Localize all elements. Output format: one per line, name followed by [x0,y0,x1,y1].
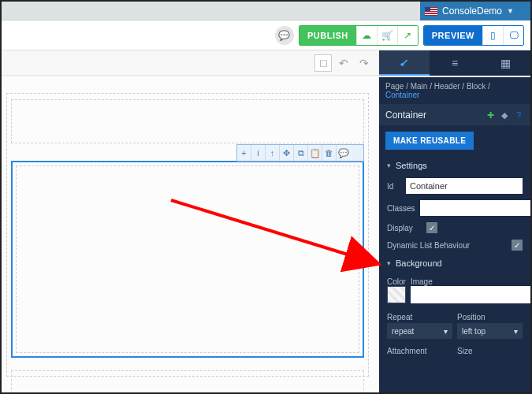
sel-info-icon[interactable]: i [251,145,266,161]
selection-toolbar: + i ↑ ✥ ⧉ 📋 🗑 💬 [236,144,364,162]
publish-button[interactable]: PUBLISH [299,26,356,45]
sel-add-icon[interactable]: + [237,145,251,161]
position-label: Position [457,310,523,322]
layout-slot-1[interactable] [11,99,364,143]
display-checkbox[interactable]: ✓ [426,222,437,233]
row-id: Id [379,175,530,197]
account-switcher[interactable]: ConsoleDemo ▼ [420,2,530,20]
row-classes: Classes [379,197,530,219]
panel-header: Container ✚ ◆ ? [379,105,530,125]
tool-row: ◻ ↶ ↷ ≡ ▦ [2,50,530,76]
cloud-upload-icon[interactable]: ☁ [356,26,377,45]
desktop-icon[interactable]: 🖵 [503,26,523,45]
account-name: ConsoleDemo [442,6,502,17]
stop-icon[interactable]: ◻ [314,54,332,72]
publish-group: PUBLISH ☁ 🛒 ↗ [299,25,419,46]
crumb-main[interactable]: Main [411,82,428,91]
chevron-down-icon: ▾ [444,327,448,336]
plugin-icon[interactable]: ◆ [499,110,510,121]
external-link-icon[interactable]: ↗ [397,26,418,45]
inspector-panel: Page / Main / Header / Block / Container… [379,77,530,392]
id-input[interactable] [406,178,523,194]
canvas-history-tools: ◻ ↶ ↷ [2,50,379,76]
id-label: Id [387,182,401,191]
puzzle-icon[interactable]: ✚ [485,110,496,121]
attachment-label: Attachment [387,344,452,355]
classes-label: Classes [387,204,415,213]
canvas[interactable]: + i ↑ ✥ ⧉ 📋 🗑 💬 [2,77,379,392]
tab-grid[interactable]: ▦ [480,50,530,76]
section-settings[interactable]: Settings [379,156,530,175]
repeat-label: Repeat [387,310,452,322]
row-dynamic-list: Dynamic List Behaviour ✓ [379,236,530,254]
crumb-current: Container [385,91,419,99]
bg-color-col: Color [387,274,406,303]
undo-icon[interactable]: ↶ [335,54,352,72]
inspector-tabs: ≡ ▦ [379,50,530,76]
dynamic-list-label: Dynamic List Behaviour [387,241,507,250]
section-background[interactable]: Background [379,254,530,273]
color-label: Color [387,274,406,286]
preview-button[interactable]: PREVIEW [424,26,482,45]
sel-comment-icon[interactable]: 💬 [337,145,351,161]
image-input[interactable] [411,286,530,303]
sel-paste-icon[interactable]: 📋 [308,145,322,161]
sel-move-icon[interactable]: ✥ [280,145,294,161]
action-bar: 💬 PUBLISH ☁ 🛒 ↗ PREVIEW ▯ 🖵 [2,20,530,50]
make-reusable-button[interactable]: MAKE REUSABLE [385,132,474,150]
chevron-down-icon: ▾ [514,327,518,336]
image-label: Image [411,274,530,286]
dynamic-list-checkbox[interactable]: ✓ [512,240,523,251]
crumb-block[interactable]: Block [467,82,485,91]
color-swatch[interactable] [387,286,406,303]
classes-input[interactable] [420,200,530,216]
flag-us-icon [425,7,437,16]
top-bar: ConsoleDemo ▼ [2,2,530,20]
help-icon[interactable]: ? [513,110,524,121]
sel-copy-icon[interactable]: ⧉ [294,145,308,161]
position-select[interactable]: left top▾ [457,323,523,339]
redo-icon[interactable]: ↷ [355,54,373,72]
chevron-down-icon: ▼ [507,7,514,15]
selected-container-inner[interactable] [16,165,359,353]
bg-image-col: Image ••• [411,274,530,303]
repeat-select[interactable]: repeat▾ [387,323,452,339]
preview-group: PREVIEW ▯ 🖵 [423,25,524,46]
mobile-icon[interactable]: ▯ [482,26,503,45]
sel-up-icon[interactable]: ↑ [266,145,280,161]
sel-delete-icon[interactable]: 🗑 [322,145,337,161]
layout-slot-3[interactable] [11,370,364,392]
chat-icon[interactable]: 💬 [275,26,294,45]
tab-styles[interactable] [379,50,430,76]
tab-tree[interactable]: ≡ [430,50,480,76]
row-display: Display ✓ [379,219,530,236]
crumb-header[interactable]: Header [434,82,460,91]
size-label: Size [457,344,523,355]
breadcrumb: Page / Main / Header / Block / Container [379,77,530,105]
cart-icon[interactable]: 🛒 [377,26,397,45]
panel-title: Container [385,110,426,121]
display-label: Display [387,224,422,232]
crumb-page[interactable]: Page [385,82,404,91]
brush-icon [399,57,410,68]
